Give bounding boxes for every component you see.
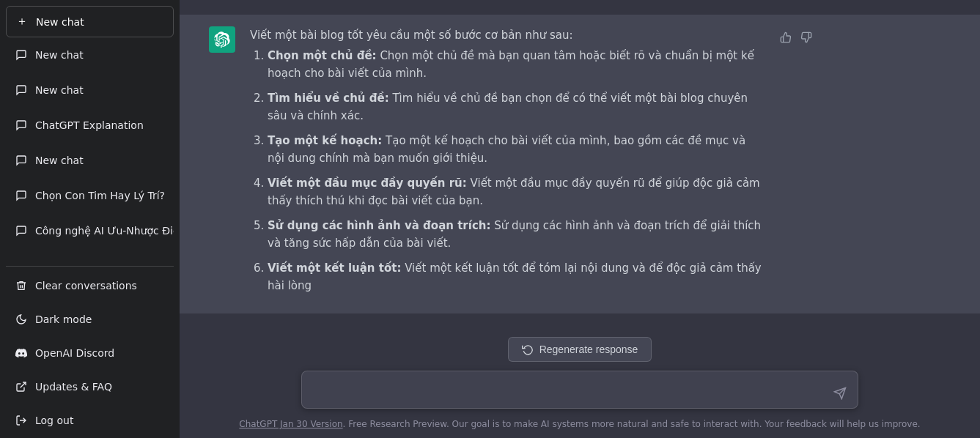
- chat-icon: [15, 154, 28, 167]
- sidebar-item-new-chat-3[interactable]: New chat: [6, 144, 174, 177]
- sidebar-item-logout[interactable]: Log out: [6, 404, 174, 437]
- sidebar-item-label: Chọn Con Tim Hay Lý Trí?: [35, 190, 165, 201]
- footer-version-link[interactable]: ChatGPT Jan 30 Version: [239, 419, 342, 429]
- chat-icon: [15, 119, 28, 132]
- new-chat-top-label: New chat: [36, 16, 84, 28]
- send-button[interactable]: [830, 384, 850, 403]
- moon-icon: [15, 313, 28, 326]
- step-1: Chọn một chủ đề: Chọn một chủ đề mà bạn …: [268, 47, 763, 82]
- send-icon: [833, 387, 847, 400]
- sidebar-item-label: New chat: [35, 155, 84, 166]
- sidebar-divider: [6, 266, 174, 267]
- sidebar-item-chatgpt-explanation[interactable]: ChatGPT Explanation: [6, 109, 174, 141]
- assistant-intro: Viết một bài blog tốt yêu cầu một số bướ…: [250, 29, 572, 42]
- sidebar-item-cong-nghe-ai[interactable]: Công nghệ AI Ưu-Nhược Điể...: [6, 215, 174, 247]
- sidebar-item-label: ChatGPT Explanation: [35, 119, 144, 131]
- step-3: Tạo một kế hoạch: Tạo một kế hoạch cho b…: [268, 132, 763, 167]
- step-2: Tìm hiểu về chủ đề: Tìm hiểu về chủ đề b…: [268, 89, 763, 125]
- external-link-icon: [15, 380, 28, 393]
- steps-list: Chọn một chủ đề: Chọn một chủ đề mà bạn …: [250, 47, 763, 294]
- sidebar-item-new-chat-1[interactable]: New chat: [6, 39, 174, 71]
- chat-icon: [15, 48, 28, 62]
- regenerate-label: Regenerate response: [539, 344, 638, 355]
- step-5: Sử dụng các hình ảnh và đoạn trích: Sử d…: [268, 217, 763, 252]
- sidebar-item-label: Log out: [35, 415, 73, 426]
- chat-input[interactable]: [301, 371, 858, 409]
- sidebar-item-label: Công nghệ AI Ưu-Nhược Điể...: [35, 225, 174, 237]
- chat-area: Viết một bài blog tốt yêu cầu một số bướ…: [180, 0, 980, 328]
- footer-text: ChatGPT Jan 30 Version. Free Research Pr…: [239, 417, 920, 432]
- assistant-message-row: Viết một bài blog tốt yêu cầu một số bướ…: [180, 15, 980, 313]
- svg-line-0: [21, 382, 26, 387]
- regenerate-button[interactable]: Regenerate response: [508, 337, 652, 362]
- sidebar-item-label: Updates & FAQ: [35, 381, 112, 393]
- logout-icon: [15, 414, 28, 427]
- sidebar-item-chon-con-tim[interactable]: Chọn Con Tim Hay Lý Trí?: [6, 179, 174, 212]
- sidebar-item-label: OpenAI Discord: [35, 347, 114, 359]
- thumbs-down-button[interactable]: [798, 29, 814, 45]
- main-content: Viết một bài blog tốt yêu cầu một số bướ…: [180, 0, 980, 438]
- sidebar-bottom: Clear conversations Dark mode OpenAI Dis…: [0, 263, 180, 438]
- sidebar-item-label: Dark mode: [35, 313, 92, 325]
- assistant-avatar: [209, 26, 235, 53]
- discord-icon: [15, 346, 28, 360]
- sidebar-item-updates-faq[interactable]: Updates & FAQ: [6, 371, 174, 403]
- chat-icon: [15, 189, 28, 202]
- sidebar-item-label: New chat: [35, 84, 84, 96]
- step-4: Viết một đầu mục đầy quyến rũ: Viết một …: [268, 174, 763, 209]
- input-row: [301, 371, 858, 412]
- sidebar-item-discord[interactable]: OpenAI Discord: [6, 337, 174, 369]
- new-chat-top-button[interactable]: ＋ New chat: [6, 6, 174, 37]
- sidebar-item-label: New chat: [35, 49, 84, 61]
- footer-description: . Free Research Preview. Our goal is to …: [343, 419, 921, 429]
- sidebar-item-clear-conversations[interactable]: Clear conversations: [6, 270, 174, 302]
- step-6: Viết một kết luận tốt: Viết một kết luận…: [268, 259, 763, 294]
- sidebar-item-dark-mode[interactable]: Dark mode: [6, 303, 174, 335]
- assistant-message-content: Viết một bài blog tốt yêu cầu một số bướ…: [250, 26, 763, 302]
- message-actions: [778, 26, 814, 45]
- thumbs-up-button[interactable]: [778, 29, 794, 45]
- sidebar: ＋ New chat New chat New chat ChatGPT Exp…: [0, 0, 180, 438]
- regenerate-icon: [522, 344, 534, 355]
- bottom-area: Regenerate response ChatGPT Jan 30 Versi…: [180, 328, 980, 438]
- chat-icon: [15, 224, 28, 237]
- sidebar-item-label: Clear conversations: [35, 280, 137, 292]
- trash-icon: [15, 279, 28, 292]
- plus-icon: ＋: [15, 15, 29, 29]
- sidebar-item-new-chat-2[interactable]: New chat: [6, 74, 174, 106]
- chat-icon: [15, 83, 28, 97]
